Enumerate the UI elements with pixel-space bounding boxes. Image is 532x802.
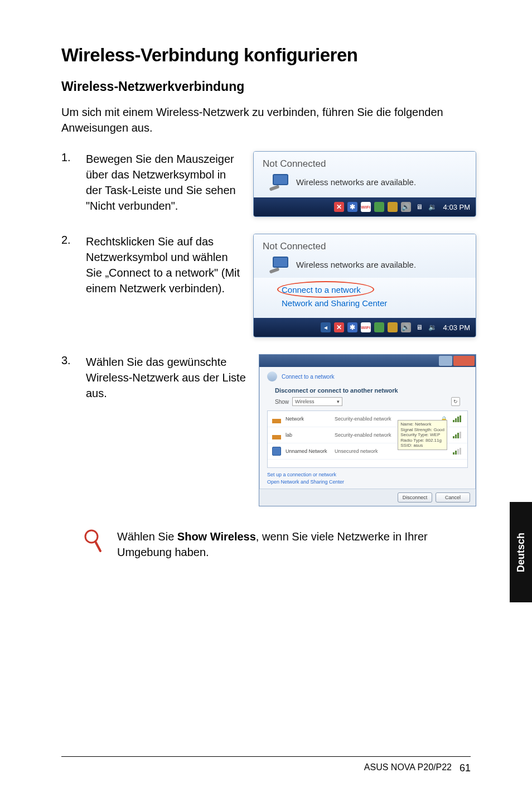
network-icon [269,257,289,272]
svg-rect-8 [453,452,454,455]
network-tray-icon[interactable]: 🖥 [414,322,424,332]
dialog-titlebar [259,355,476,367]
volume-icon[interactable]: 🔊 [401,322,411,332]
svg-line-13 [95,542,100,551]
signal-strength-icon [453,432,463,438]
step-number: 3. [61,354,75,367]
network-list: Network Security-enabled network 🔒 lab S… [267,410,468,468]
svg-rect-0 [453,420,454,422]
security-tray-icon[interactable] [374,202,384,212]
svg-rect-2 [457,417,459,422]
wifi-manager-icon[interactable]: WiFi [361,202,371,212]
connect-network-link[interactable]: Connect to a network [282,283,361,297]
setup-connection-link[interactable]: Set up a connection or network [267,471,468,479]
svg-rect-1 [455,418,457,422]
intro-paragraph: Um sich mit einem Wireless-Netzwerk zu v… [61,104,471,136]
step-1: 1. Bewegen Sie den Mauszeiger über das N… [61,151,471,217]
close-tray-icon[interactable]: ✕ [334,202,344,212]
signal-strength-icon [453,416,463,422]
signal-strength-icon [453,448,463,455]
back-button[interactable] [267,371,277,381]
svg-rect-9 [455,451,457,455]
wifi-signal-icon [272,414,281,423]
popup-title: Not Connected [263,158,467,170]
svg-rect-5 [455,434,457,438]
dialog-breadcrumb: Connect to a network [282,374,335,380]
svg-rect-10 [457,449,459,455]
speaker-icon[interactable]: 🔉 [428,202,438,212]
bluetooth-icon[interactable]: ✱ [347,322,357,332]
volume-icon[interactable]: 🔊 [401,202,411,212]
step-3: 3. Wählen Sie das gewünschte Wireless-Ne… [61,354,471,506]
cancel-button[interactable]: Cancel [436,492,470,503]
tip-text-pre: Wählen Sie [117,530,177,543]
screenshot-3: Connect to a network Disconnect or conne… [259,354,476,506]
step-text: Rechtsklicken Sie auf das Netzwerksymbol… [86,234,242,337]
step-text: Wählen Sie das gewünschte Wireless-Netzw… [86,354,248,401]
svg-rect-11 [460,448,461,455]
show-filter-select[interactable]: Wireless▾ [292,397,342,406]
screenshot-2: Not Connected Wireless networks are avai… [253,234,476,337]
network-name: Network [286,416,330,422]
refresh-button[interactable]: ↻ [451,397,460,406]
popup-message: Wireless networks are available. [296,177,416,187]
screenshot-1: Not Connected Wireless networks are avai… [253,151,476,217]
page-number: 61 [460,762,471,774]
taskbar: ◂ ✕ ✱ WiFi 🔊 🖥 🔉 4:03 PM [254,318,476,337]
step-number: 1. [61,151,75,217]
page-title-h1: Wireless-Verbindung konfigurieren [61,45,471,66]
step-2: 2. Rechtsklicken Sie auf das Netzwerksym… [61,234,471,337]
taskbar: ✕ ✱ WiFi 🔊 🖥 🔉 4:03 PM [254,197,476,216]
network-name: lab [286,432,330,438]
network-list-item[interactable]: lab Security-enabled network Name: Netwo… [268,427,467,443]
tray-icon[interactable] [388,202,398,212]
page-title-h2: Wireless-Netzwerkverbindung [61,79,471,94]
wifi-signal-icon [272,431,281,439]
network-tooltip: Name: Network Signal Strength: Good Secu… [398,420,447,450]
page-footer: ASUS NOVA P20/P22 61 [61,756,471,774]
disconnect-button[interactable]: Disconnect [398,492,432,503]
close-tray-icon[interactable]: ✕ [334,322,344,332]
network-name: Unnamed Network [286,448,330,454]
svg-rect-7 [460,432,461,438]
dialog-subtitle: Disconnect or connect to another network [259,384,476,395]
bluetooth-icon[interactable]: ✱ [347,202,357,212]
speaker-icon[interactable]: 🔉 [428,322,438,332]
step-text: Bewegen Sie den Mauszeiger über das Netz… [86,151,242,217]
expand-tray-icon[interactable]: ◂ [321,322,331,332]
show-label: Show [275,399,289,405]
sharing-center-link[interactable]: Network and Sharing Center [282,297,467,310]
svg-rect-6 [457,433,459,438]
footer-product: ASUS NOVA P20/P22 [364,762,452,774]
wifi-manager-icon[interactable]: WiFi [361,322,371,332]
tip-note: Wählen Sie Show Wireless, wenn Sie viele… [61,529,471,560]
taskbar-clock: 4:03 PM [443,323,470,332]
svg-rect-3 [460,416,461,422]
tray-icon[interactable] [388,322,398,332]
language-tab: Deutsch [510,502,532,602]
taskbar-clock: 4:03 PM [443,203,470,211]
security-tray-icon[interactable] [374,322,384,332]
popup-title: Not Connected [263,241,467,252]
tip-text-bold: Show Wireless [177,530,256,543]
network-icon [269,174,289,190]
open-sharing-center-link[interactable]: Open Network and Sharing Center [267,479,468,486]
network-tray-icon[interactable]: 🖥 [414,202,424,212]
close-button[interactable] [453,356,475,366]
computer-icon [272,447,281,456]
step-number: 2. [61,234,75,337]
minimize-button[interactable] [439,356,452,366]
magnifier-icon [84,529,103,555]
svg-rect-4 [453,436,454,438]
popup-message: Wireless networks are available. [296,260,416,269]
